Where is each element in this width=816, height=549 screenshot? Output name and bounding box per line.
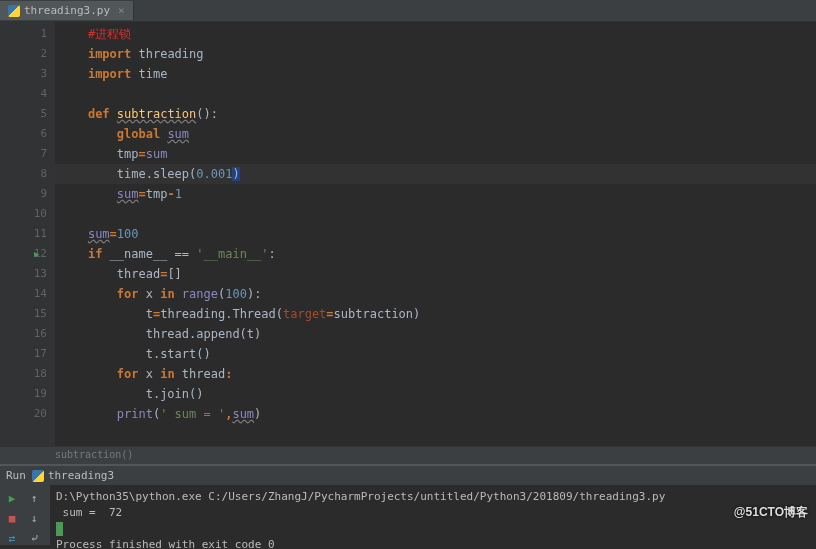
output-line-result: sum = 72 bbox=[56, 506, 122, 519]
run-config-name: threading3 bbox=[48, 469, 114, 482]
wrap-button[interactable]: ⤶ bbox=[24, 529, 44, 547]
line-number: 7 bbox=[2, 144, 47, 164]
code-line[interactable]: t.join() bbox=[55, 384, 816, 404]
line-number: 11 bbox=[2, 224, 47, 244]
line-number: 8 bbox=[2, 164, 47, 184]
code-line[interactable]: for x in thread: bbox=[55, 364, 816, 384]
code-line[interactable] bbox=[55, 84, 816, 104]
tab-label: threading3.py bbox=[24, 4, 110, 17]
code-line[interactable]: thread=[] bbox=[55, 264, 816, 284]
stop-button[interactable]: ■ bbox=[2, 509, 22, 527]
output-line-exit: Process finished with exit code 0 bbox=[56, 538, 275, 549]
line-number: 20 bbox=[2, 404, 47, 424]
breadcrumb-text: subtraction() bbox=[55, 449, 133, 460]
line-number: 3 bbox=[2, 64, 47, 84]
line-number: 17 bbox=[2, 344, 47, 364]
output-line-path: D:\Python35\python.exe C:/Users/ZhangJ/P… bbox=[56, 490, 665, 503]
code-area[interactable]: #进程锁 import threading import time def su… bbox=[55, 22, 816, 446]
code-line[interactable]: print(' sum = ',sum) bbox=[55, 404, 816, 424]
run-toolbar: ▶ ↑ ■ ↓ ⇄ ⤶ bbox=[0, 485, 50, 545]
line-number: 18 bbox=[2, 364, 47, 384]
line-number: 14 bbox=[2, 284, 47, 304]
code-line[interactable]: import threading bbox=[55, 44, 816, 64]
line-number: 13 bbox=[2, 264, 47, 284]
pause-button[interactable]: ⇄ bbox=[2, 529, 22, 547]
line-number: 6 bbox=[2, 124, 47, 144]
code-line[interactable]: def subtraction(): bbox=[55, 104, 816, 124]
code-line[interactable]: tmp=sum bbox=[55, 144, 816, 164]
run-panel: Run threading3 ▶ ↑ ■ ↓ ⇄ ⤶ D:\Python35\p… bbox=[0, 464, 816, 545]
run-gutter-icon[interactable]: ▶ bbox=[34, 244, 39, 264]
line-number: 12▶ bbox=[2, 244, 47, 264]
breadcrumb: subtraction() bbox=[0, 446, 816, 464]
line-number: 2 bbox=[2, 44, 47, 64]
code-line[interactable]: sum=tmp-1 bbox=[55, 184, 816, 204]
tab-threading3[interactable]: threading3.py × bbox=[0, 1, 134, 20]
code-line[interactable]: sum=100 bbox=[55, 224, 816, 244]
code-line[interactable]: thread.append(t) bbox=[55, 324, 816, 344]
watermark: @51CTO博客 bbox=[734, 504, 808, 521]
line-number: 19 bbox=[2, 384, 47, 404]
rerun-button[interactable]: ▶ bbox=[2, 489, 22, 507]
down-button[interactable]: ↓ bbox=[24, 509, 44, 527]
code-line[interactable]: #进程锁 bbox=[55, 24, 816, 44]
line-gutter: 123456789101112▶1314151617181920 bbox=[0, 22, 55, 446]
run-header[interactable]: Run threading3 bbox=[0, 466, 816, 485]
tab-bar: threading3.py × bbox=[0, 0, 816, 22]
python-file-icon bbox=[32, 470, 44, 482]
line-number: 9 bbox=[2, 184, 47, 204]
code-line[interactable]: t=threading.Thread(target=subtraction) bbox=[55, 304, 816, 324]
code-line[interactable]: for x in range(100): bbox=[55, 284, 816, 304]
line-number: 10 bbox=[2, 204, 47, 224]
code-line[interactable]: if __name__ == '__main__': bbox=[55, 244, 816, 264]
line-number: 16 bbox=[2, 324, 47, 344]
line-number: 15 bbox=[2, 304, 47, 324]
cursor-icon bbox=[56, 522, 63, 536]
python-file-icon bbox=[8, 5, 20, 17]
code-line[interactable]: import time bbox=[55, 64, 816, 84]
code-line[interactable] bbox=[55, 204, 816, 224]
run-label: Run bbox=[6, 469, 26, 482]
code-editor[interactable]: 123456789101112▶1314151617181920 #进程锁 im… bbox=[0, 22, 816, 446]
console-output[interactable]: D:\Python35\python.exe C:/Users/ZhangJ/P… bbox=[50, 485, 816, 545]
code-line[interactable]: global sum bbox=[55, 124, 816, 144]
line-number: 4 bbox=[2, 84, 47, 104]
line-number: 1 bbox=[2, 24, 47, 44]
up-button[interactable]: ↑ bbox=[24, 489, 44, 507]
line-number: 5 bbox=[2, 104, 47, 124]
code-line[interactable]: time.sleep(0.001) bbox=[55, 164, 816, 184]
code-line[interactable]: t.start() bbox=[55, 344, 816, 364]
close-icon[interactable]: × bbox=[118, 4, 125, 17]
